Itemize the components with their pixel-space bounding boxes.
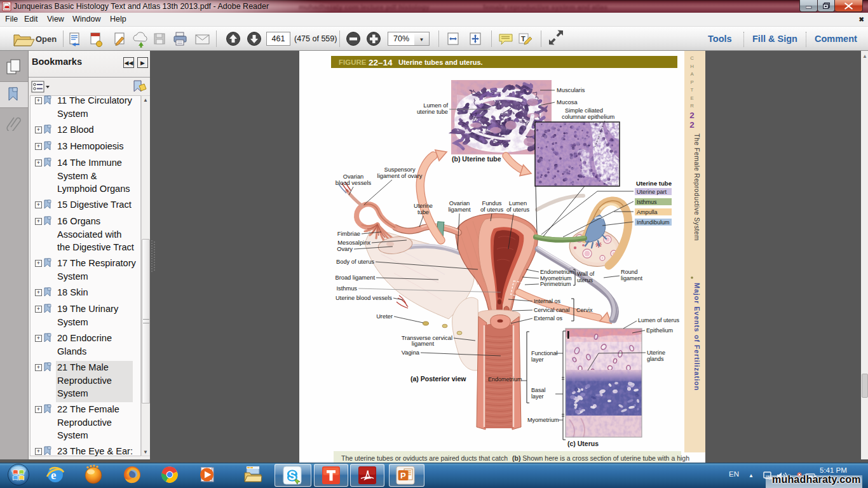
svg-text:External os: External os [534,315,563,322]
svg-text:Uterine tube: Uterine tube [636,180,672,187]
svg-text:of uterus: of uterus [480,207,504,213]
svg-text:uterine tube: uterine tube [417,109,448,115]
svg-text:Basal: Basal [531,387,546,393]
svg-text:blood vessels: blood vessels [336,180,372,186]
svg-text:Uterine: Uterine [647,349,665,356]
svg-text:P: P [400,471,406,480]
svg-text:Suspensory: Suspensory [384,166,415,173]
svg-text:Ureter: Ureter [376,313,393,320]
svg-text:Vagina: Vagina [402,349,420,356]
svg-text:Uterine: Uterine [414,203,433,209]
svg-text:Fimbriae: Fimbriae [337,231,360,237]
svg-text:ligament: ligament [621,275,643,281]
svg-text:Fundus: Fundus [482,200,501,207]
svg-text:Endometrium: Endometrium [540,269,574,275]
svg-text:Myometrium: Myometrium [527,417,559,423]
svg-text:Wall of: Wall of [577,271,595,277]
svg-text:glands: glands [647,356,664,362]
svg-text:uterus: uterus [577,277,593,283]
svg-text:Functional: Functional [531,350,558,356]
svg-text:(a) Posterior view: (a) Posterior view [410,375,466,383]
svg-text:R: R [690,103,694,109]
svg-text:Major Events of Fertilization: Major Events of Fertilization [693,283,701,391]
svg-text:Cervix: Cervix [576,307,593,313]
svg-text:Internal os: Internal os [534,298,561,304]
svg-text:Lumen of uterus: Lumen of uterus [638,317,680,323]
svg-text:Ovary: Ovary [337,246,353,252]
svg-text:Uterine tubes and uterus.: Uterine tubes and uterus. [398,58,483,66]
svg-text:Uterine blood vessels: Uterine blood vessels [336,295,392,301]
svg-text:2: 2 [689,120,695,130]
svg-text:The Female Reproductive System: The Female Reproductive System [693,133,700,241]
svg-text:H: H [690,64,694,69]
svg-text:(b) Uterine tube: (b) Uterine tube [452,155,501,163]
svg-text:Infundibulum: Infundibulum [637,219,670,226]
svg-text:ligament of ovary: ligament of ovary [377,173,423,179]
svg-text:P: P [690,79,693,85]
svg-text:Mesosalpinx: Mesosalpinx [337,240,370,246]
svg-text:Round: Round [621,269,638,275]
svg-text:Lumen: Lumen [509,200,527,207]
svg-text:Ampulla: Ampulla [637,209,658,215]
svg-text:Uterine part: Uterine part [637,189,667,195]
svg-text:(b) Shown here is a cross sect: (b) Shown here is a cross section of ute… [512,454,689,462]
svg-text:columnar epithelium: columnar epithelium [562,114,614,120]
svg-text:The uterine tubes or oviducts: The uterine tubes or oviducts are paired… [341,454,508,462]
svg-text:Isthmus: Isthmus [336,285,357,292]
svg-text:Simple ciliated: Simple ciliated [565,107,603,114]
svg-text:layer: layer [531,393,544,400]
svg-text:Mucosa: Mucosa [557,99,578,105]
svg-text:tube: tube [417,209,429,215]
svg-text:(c) Uterus: (c) Uterus [567,440,599,447]
svg-text:2: 2 [689,111,695,120]
svg-text:ligament: ligament [448,207,471,213]
svg-text:of uterus: of uterus [506,207,530,213]
svg-text:E: E [690,95,693,101]
svg-text:Ovarian: Ovarian [343,173,364,180]
svg-text:Ovarian: Ovarian [449,200,470,207]
svg-text:Broad ligament: Broad ligament [335,274,375,281]
svg-text:Body of uterus: Body of uterus [336,259,374,265]
svg-text:T: T [521,35,526,43]
svg-text:A: A [690,71,694,77]
svg-text:Epithelium: Epithelium [646,327,673,334]
svg-text:C: C [690,55,694,61]
svg-text:ligament: ligament [412,341,435,347]
svg-text:Isthmus: Isthmus [637,199,657,205]
svg-text:Endometrium: Endometrium [488,376,522,383]
svg-text:layer: layer [531,356,544,363]
svg-text:Perimetrium: Perimetrium [540,281,571,287]
svg-text:FIGURE: FIGURE [339,58,367,66]
svg-text:T: T [691,87,694,93]
svg-text:Muscularis: Muscularis [557,87,585,93]
svg-text:Lumen of: Lumen of [423,102,448,109]
svg-text:Cervical canal: Cervical canal [534,307,570,313]
svg-text:22–14: 22–14 [369,58,393,67]
